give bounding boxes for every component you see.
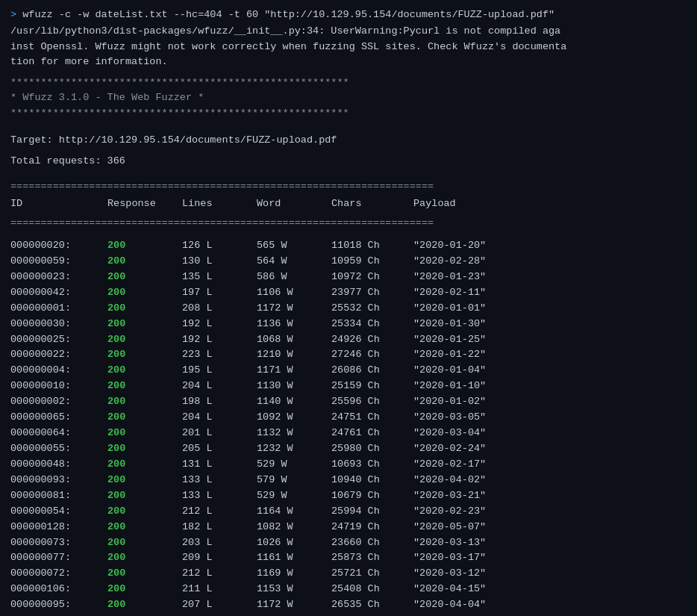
- cell-id: 000000059:: [10, 254, 107, 270]
- header-chars: Chars: [331, 196, 413, 211]
- cell-chars: 26086 Ch: [331, 363, 413, 379]
- table-row: 000000004: 200 195 L 1171 W 26086 Ch "20…: [10, 363, 687, 379]
- target-line: Target: http://10.129.95.154/documents/F…: [10, 133, 687, 148]
- cell-chars: 25159 Ch: [331, 379, 413, 394]
- cell-payload: "2020-01-30": [413, 317, 563, 332]
- cell-response: 200: [107, 301, 182, 317]
- cell-response: 200: [107, 520, 182, 535]
- cell-chars: 11018 Ch: [331, 238, 413, 254]
- header-lines: Lines: [182, 196, 257, 211]
- cell-response: 200: [107, 457, 182, 473]
- cell-word: 565 W: [257, 238, 331, 254]
- cell-response: 200: [107, 488, 182, 504]
- cell-response: 200: [107, 363, 182, 379]
- table-row: 000000010: 200 204 L 1130 W 25159 Ch "20…: [10, 379, 687, 394]
- header-id: ID: [10, 196, 107, 211]
- cell-response: 200: [107, 597, 182, 613]
- cell-payload: "2020-01-01": [413, 301, 563, 317]
- cell-chars: 23977 Ch: [331, 285, 413, 301]
- cell-lines: 223 L: [182, 347, 257, 363]
- cell-word: 1082 W: [257, 520, 331, 535]
- table-row: 000000022: 200 223 L 1210 W 27246 Ch "20…: [10, 347, 687, 363]
- cell-id: 000000106:: [10, 582, 107, 597]
- cell-response: 200: [107, 473, 182, 488]
- cell-lines: 204 L: [182, 379, 257, 394]
- cell-word: 1172 W: [257, 301, 331, 317]
- cell-word: 1172 W: [257, 597, 331, 613]
- cell-chars: 24761 Ch: [331, 426, 413, 441]
- header-response: Response: [107, 196, 182, 211]
- cell-lines: 130 L: [182, 254, 257, 270]
- table-row: 000000048: 200 131 L 529 W 10693 Ch "202…: [10, 457, 687, 473]
- terminal: > wfuzz -c -w dateList.txt --hc=404 -t 6…: [10, 7, 687, 613]
- table-row: 000000030: 200 192 L 1136 W 25334 Ch "20…: [10, 317, 687, 332]
- cell-response: 200: [107, 535, 182, 551]
- cell-payload: "2020-04-15": [413, 582, 563, 597]
- cell-chars: 25596 Ch: [331, 394, 413, 410]
- cell-lines: 192 L: [182, 317, 257, 332]
- sep-bottom: ****************************************…: [10, 106, 687, 121]
- cell-lines: 135 L: [182, 270, 257, 285]
- cell-lines: 195 L: [182, 363, 257, 379]
- cell-chars: 10972 Ch: [331, 270, 413, 285]
- warning-line-1: /usr/lib/python3/dist-packages/wfuzz/__i…: [10, 24, 687, 39]
- target-label: Target:: [10, 134, 59, 146]
- cell-response: 200: [107, 317, 182, 332]
- cell-word: 1130 W: [257, 379, 331, 394]
- table-row: 000000055: 200 205 L 1232 W 25980 Ch "20…: [10, 441, 687, 457]
- table-row: 000000106: 200 211 L 1153 W 25408 Ch "20…: [10, 582, 687, 597]
- cell-lines: 126 L: [182, 238, 257, 254]
- cell-id: 000000020:: [10, 238, 107, 254]
- cell-lines: 208 L: [182, 301, 257, 317]
- cell-id: 000000081:: [10, 488, 107, 504]
- cell-chars: 24926 Ch: [331, 332, 413, 348]
- cell-id: 000000065:: [10, 410, 107, 426]
- cell-chars: 25994 Ch: [331, 504, 413, 520]
- cell-lines: 203 L: [182, 535, 257, 551]
- cell-id: 000000128:: [10, 520, 107, 535]
- cell-id: 000000093:: [10, 473, 107, 488]
- cell-id: 000000072:: [10, 566, 107, 582]
- cell-chars: 10959 Ch: [331, 254, 413, 270]
- cell-payload: "2020-03-12": [413, 566, 563, 582]
- cell-response: 200: [107, 410, 182, 426]
- cell-chars: 25408 Ch: [331, 582, 413, 597]
- cell-chars: 10679 Ch: [331, 488, 413, 504]
- cell-response: 200: [107, 566, 182, 582]
- cell-word: 1068 W: [257, 332, 331, 348]
- cell-lines: 204 L: [182, 410, 257, 426]
- cell-word: 529 W: [257, 457, 331, 473]
- cell-id: 000000004:: [10, 363, 107, 379]
- cell-id: 000000002:: [10, 394, 107, 410]
- cell-id: 000000077:: [10, 550, 107, 566]
- table-row: 000000095: 200 207 L 1172 W 26535 Ch "20…: [10, 597, 687, 613]
- cell-word: 1164 W: [257, 504, 331, 520]
- cell-id: 000000010:: [10, 379, 107, 394]
- cell-word: 586 W: [257, 270, 331, 285]
- cell-id: 000000001:: [10, 301, 107, 317]
- cell-lines: 207 L: [182, 597, 257, 613]
- table-row: 000000023: 200 135 L 586 W 10972 Ch "202…: [10, 270, 687, 285]
- table-row: 000000020: 200 126 L 565 W 11018 Ch "202…: [10, 238, 687, 254]
- warning-line-3: tion for more information.: [10, 55, 687, 69]
- cell-response: 200: [107, 550, 182, 566]
- table-row: 000000072: 200 212 L 1169 W 25721 Ch "20…: [10, 566, 687, 582]
- warning-line-2: inst Openssl. Wfuzz might not work corre…: [10, 40, 687, 55]
- cell-lines: 131 L: [182, 457, 257, 473]
- table-sep-top: ========================================…: [10, 179, 687, 194]
- header-payload: Payload: [413, 196, 563, 211]
- cell-word: 1153 W: [257, 582, 331, 597]
- cell-word: 1232 W: [257, 441, 331, 457]
- cell-id: 000000030:: [10, 317, 107, 332]
- cell-id: 000000042:: [10, 285, 107, 301]
- cell-chars: 10940 Ch: [331, 473, 413, 488]
- cell-payload: "2020-03-04": [413, 426, 563, 441]
- cell-payload: "2020-03-21": [413, 488, 563, 504]
- cell-response: 200: [107, 238, 182, 254]
- cell-word: 1171 W: [257, 363, 331, 379]
- cell-response: 200: [107, 441, 182, 457]
- command-line: > wfuzz -c -w dateList.txt --hc=404 -t 6…: [10, 7, 687, 22]
- cell-response: 200: [107, 285, 182, 301]
- cell-lines: 133 L: [182, 473, 257, 488]
- cell-lines: 197 L: [182, 285, 257, 301]
